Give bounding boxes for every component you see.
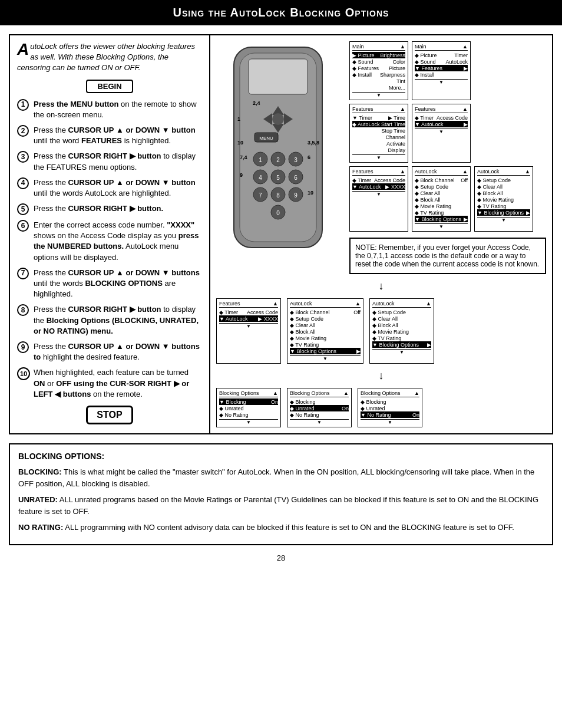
step-3: 3 Press the CURSOR RIGHT ▶ button to dis…: [17, 151, 202, 172]
left-panel: A utoLock offers the viewer other blocki…: [10, 35, 210, 433]
svg-text:2,4: 2,4: [253, 100, 260, 106]
features-menu-1: Features▲ ▼ Timer▶ Time ◆ AutoLockStart …: [349, 104, 408, 163]
intro-body: utoLock offers the viewer other blocking…: [17, 42, 195, 72]
svg-text:2: 2: [276, 157, 280, 163]
features-menu-3: Features▲ ◆ TimerAccess Code ▼ AutoLock▶…: [349, 166, 408, 232]
blocking-screens-row: Features▲ ◆ TimerAccess Code ▼ AutoLock▶…: [216, 298, 546, 364]
svg-text:5: 5: [276, 174, 280, 181]
step-8: 8 Press the CURSOR RIGHT ▶ button to dis…: [17, 304, 202, 337]
step-7: 7 Press the CURSOR UP ▲ or DOWN ▼ button…: [17, 268, 202, 300]
blocking-on-screen: Blocking Options▲ ▼ BlockingOn ◆ Unrated…: [216, 388, 281, 427]
page-title: Using the AutoLock Blocking Options: [173, 6, 389, 19]
svg-text:7,4: 7,4: [240, 154, 247, 160]
menu-row-2: Features▲ ▼ Timer▶ Time ◆ AutoLockStart …: [349, 104, 546, 163]
svg-text:9: 9: [294, 192, 297, 199]
unrated-text: UNRATED: ALL unrated programs based on t…: [18, 494, 544, 517]
bottom-info: BLOCKING OPTIONS: BLOCKING: This is what…: [9, 443, 553, 545]
autolock-menu-2: AutoLock▲ ◆ Setup Code ◆ Clear All ◆ Blo…: [474, 166, 533, 232]
autolock-blocking-screen: AutoLock▲ ◆ Block ChannelOff ◆ Setup Cod…: [287, 298, 363, 364]
top-section: 1 2 3 4 5 6 7 8 9: [216, 41, 546, 274]
arrow-down-2: ↓: [216, 370, 546, 382]
svg-text:MENU: MENU: [259, 136, 273, 141]
norating-on-screen: Blocking Options▲ ◆ Blocking ◆ Unrated ▼…: [358, 388, 422, 427]
blocking-options-title: BLOCKING OPTIONS:: [18, 450, 544, 463]
svg-text:10: 10: [308, 190, 313, 196]
svg-rect-2: [249, 59, 308, 94]
svg-text:9: 9: [240, 172, 243, 178]
stop-box: STOP: [86, 406, 133, 424]
svg-text:0: 0: [276, 210, 280, 216]
dropcap: A: [17, 41, 29, 58]
note-text: NOTE: Remember, if you ever forget your …: [355, 243, 539, 268]
svg-text:1: 1: [237, 116, 240, 122]
menu-screens-column: Main▲ ▶ PictureBrightness ◆ SoundColor ◆…: [349, 41, 546, 274]
step-1: 1 Press the MENU button on the remote to…: [17, 99, 202, 120]
step-9: 9 Press the CURSOR UP ▲ or DOWN ▼ button…: [17, 341, 202, 363]
svg-text:10: 10: [237, 140, 243, 146]
blocking-text: BLOCKING: This is what might be called t…: [18, 466, 544, 489]
intro-text: A utoLock offers the viewer other blocki…: [17, 41, 202, 74]
note-box: NOTE: Remember, if you ever forget your …: [349, 238, 546, 274]
page-header: Using the AutoLock Blocking Options: [0, 0, 562, 25]
step-6: 6 Enter the correct access code number. …: [17, 220, 202, 263]
remote-control: 1 2 3 4 5 6 7 8 9: [216, 41, 346, 255]
unrated-on-screen: Blocking Options▲ ◆ Blocking ◆ UnratedOn…: [287, 388, 352, 427]
svg-text:6: 6: [294, 174, 297, 181]
main-menu-2: Main▲ ◆ PictureTimer ◆ SoundAutoLock ▼ F…: [412, 41, 471, 100]
menu-row-1: Main▲ ▶ PictureBrightness ◆ SoundColor ◆…: [349, 41, 546, 100]
step-4: 4 Press the CURSOR UP ▲ or DOWN ▼ button…: [17, 177, 202, 199]
remote-svg: 1 2 3 4 5 6 7 8 9: [216, 41, 340, 253]
autolock-menu-1: AutoLock▲ ◆ Block ChannelOff ◆ Setup Cod…: [412, 166, 471, 232]
svg-text:3: 3: [294, 157, 297, 163]
final-screens-row: Blocking Options▲ ▼ BlockingOn ◆ Unrated…: [216, 388, 546, 427]
svg-text:7: 7: [259, 192, 262, 199]
begin-box: BEGIN: [86, 80, 133, 93]
step-5: 5 Press the CURSOR RIGHT ▶ button.: [17, 203, 202, 215]
step-2: 2 Press the CURSOR UP ▲ or DOWN ▼ button…: [17, 125, 202, 146]
svg-text:1: 1: [259, 157, 262, 163]
svg-point-27: [272, 113, 284, 125]
features-menu-2: Features▲ ◆ TimerAccess Code ▼ AutoLock▶…: [412, 104, 471, 163]
blocking-features-screen: Features▲ ◆ TimerAccess Code ▼ AutoLock▶…: [216, 298, 281, 364]
svg-text:6: 6: [308, 154, 310, 160]
blocking-options-screen-1: AutoLock▲ ◆ Setup Code ◆ Clear All ◆ Blo…: [369, 298, 434, 364]
svg-text:8: 8: [276, 192, 280, 199]
main-content: A utoLock offers the viewer other blocki…: [9, 34, 553, 434]
svg-text:4: 4: [259, 174, 262, 181]
page-number: 28: [0, 551, 562, 565]
no-rating-text: NO RATING: ALL programming with NO conte…: [18, 522, 544, 533]
main-menu-1: Main▲ ▶ PictureBrightness ◆ SoundColor ◆…: [349, 41, 408, 100]
svg-text:3,5,8: 3,5,8: [308, 140, 319, 146]
right-panel: 1 2 3 4 5 6 7 8 9: [210, 35, 552, 433]
step-10: 10 When highlighted, each feature can be…: [17, 367, 202, 400]
menu-row-3: Features▲ ◆ TimerAccess Code ▼ AutoLock▶…: [349, 166, 546, 232]
arrow-down-1: ↓: [216, 280, 546, 292]
